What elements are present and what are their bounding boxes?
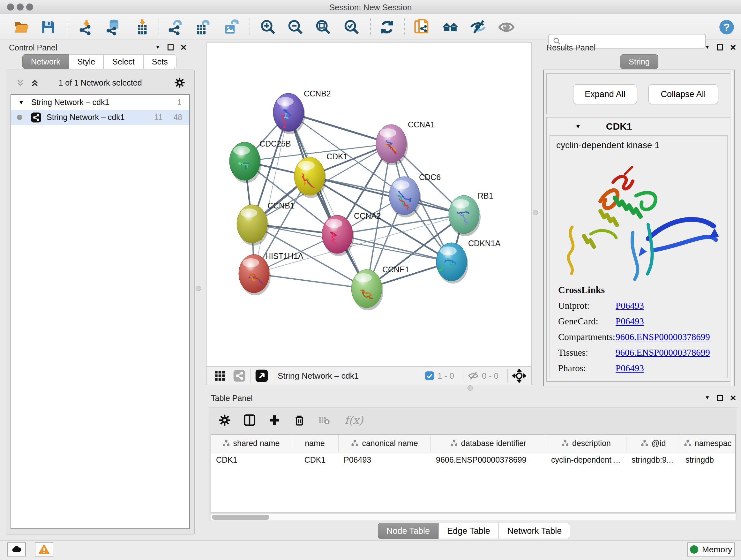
network-edge-CDK1-RB1[interactable] (310, 176, 464, 214)
table-cell[interactable]: 9606.ENSP00000378699 (431, 452, 546, 467)
column-header--id[interactable]: @id (626, 435, 680, 452)
collapse-all-button[interactable]: Collapse All (649, 84, 718, 104)
cloud-status-button[interactable] (7, 543, 26, 557)
import-network-icon (78, 18, 95, 36)
table-options-button[interactable] (215, 411, 234, 430)
network-node-CDK1[interactable] (294, 157, 326, 198)
help-button[interactable]: ? (718, 18, 735, 36)
network-node-CCNB2[interactable] (273, 93, 305, 134)
cdk1-collapse-arrow[interactable]: ▼ (575, 123, 581, 130)
show-all-button[interactable] (498, 18, 515, 36)
network-edge-CCNB2-CCNE1[interactable] (288, 112, 367, 289)
export-table-button[interactable] (194, 18, 211, 36)
tab-network-table[interactable]: Network Table (499, 523, 570, 539)
crosslink-link[interactable]: 9606.ENSP00000378699 (616, 332, 710, 342)
network-edge-HIST1H1A-CCNE1[interactable] (254, 273, 367, 289)
new-network-from-selection-button[interactable] (413, 18, 430, 36)
network-view-canvas[interactable]: CCNB2CCNA1CDC25BCDK1CDC6RB1CCNB1CCNA2CDK… (206, 43, 532, 367)
tab-sets[interactable]: Sets (143, 54, 177, 69)
column-header-name[interactable]: name (291, 435, 339, 452)
results-scrollbar[interactable] (730, 71, 733, 386)
zoom-in-button[interactable] (259, 18, 277, 36)
show-columns-button[interactable] (240, 411, 259, 430)
network-node-CCNB1[interactable] (237, 205, 269, 246)
cdk1-card-header[interactable]: ▼ CDK1 (547, 118, 730, 135)
results-panel-close-button[interactable]: × (730, 44, 736, 51)
network-node-CCNE1[interactable] (351, 269, 383, 310)
tab-network[interactable]: Network (22, 54, 69, 69)
table-cell[interactable]: P06493 (339, 452, 431, 467)
refresh-view-button[interactable] (379, 18, 396, 36)
export-network-button[interactable] (167, 18, 184, 36)
table-cell[interactable]: cyclin-dependent ... (546, 452, 626, 467)
open-session-button[interactable] (13, 18, 30, 36)
results-panel-float-button[interactable] (717, 44, 723, 51)
control-panel-close-button[interactable]: × (181, 44, 187, 51)
tab-select[interactable]: Select (104, 54, 143, 69)
export-image-button[interactable] (222, 18, 240, 36)
results-tab-string[interactable]: String (620, 54, 658, 69)
table-panel-float-button[interactable] (717, 395, 723, 401)
column-header-database-identifier[interactable]: database identifier (431, 435, 546, 452)
zoom-selected-button[interactable] (343, 18, 360, 36)
network-node-CCNA1[interactable] (376, 125, 408, 165)
network-node-CCNA2[interactable] (322, 215, 354, 256)
first-neighbors-button[interactable] (442, 18, 459, 36)
right-splitter-handle[interactable] (533, 210, 538, 215)
selected-checkbox-icon[interactable] (425, 371, 434, 381)
create-column-button[interactable] (265, 411, 284, 430)
table-cell[interactable]: CDK1 (291, 452, 339, 467)
export-table-icon (194, 18, 211, 36)
import-table-file-button[interactable] (134, 18, 151, 36)
zoom-fit-button[interactable] (315, 18, 332, 36)
birdseye-view-button[interactable] (255, 369, 268, 382)
control-panel-float-button[interactable] (167, 44, 174, 51)
table-panel-close-button[interactable]: × (730, 395, 736, 401)
column-header-description[interactable]: description (546, 435, 626, 452)
control-panel-menu-button[interactable]: ▼ (155, 44, 160, 51)
hide-selected-button[interactable] (470, 18, 487, 36)
warnings-button[interactable] (35, 543, 53, 557)
column-type-icon (351, 439, 359, 447)
table-cell[interactable]: stringdb:9... (626, 452, 680, 467)
delete-column-button[interactable] (290, 411, 309, 430)
expand-all-button[interactable]: Expand All (573, 84, 637, 104)
tab-edge-table[interactable]: Edge Table (439, 523, 499, 539)
network-view-mode-button[interactable] (233, 369, 246, 382)
network-edge-CCNB2-HIST1H1A[interactable] (254, 112, 288, 273)
import-network-file-button[interactable] (78, 18, 95, 36)
grid-view-button[interactable] (214, 370, 226, 382)
bottom-splitter-handle[interactable] (468, 385, 473, 391)
results-panel-menu-button[interactable]: ▼ (704, 44, 710, 51)
crosslink-link[interactable]: 9606.ENSP00000378699 (616, 348, 710, 358)
network-node-HIST1H1A[interactable] (239, 254, 271, 295)
collection-collapse-arrow[interactable]: ▼ (18, 99, 24, 106)
column-header-namespac[interactable]: namespac (680, 435, 735, 452)
crosslink-link[interactable]: P06493 (616, 363, 644, 374)
table-cell[interactable]: CDK1 (211, 452, 291, 467)
memory-status-button[interactable]: Memory (687, 543, 735, 557)
column-header-shared-name[interactable]: shared name (211, 435, 291, 452)
tab-style[interactable]: Style (69, 54, 104, 69)
table-cell[interactable]: stringdb (680, 452, 735, 467)
column-header-canonical-name[interactable]: canonical name (339, 435, 431, 452)
zoom-out-button[interactable] (287, 18, 304, 36)
table-panel-menu-button[interactable]: ▼ (704, 395, 710, 401)
left-splitter-handle[interactable] (196, 286, 201, 291)
network-node-CDKN1A[interactable] (436, 243, 468, 284)
network-row[interactable]: String Network – cdk1 11 48 (11, 110, 189, 125)
title-bar: Session: New Session (0, 0, 741, 14)
node-label-CCNA2: CCNA2 (354, 211, 381, 220)
fit-content-button[interactable] (512, 369, 526, 383)
save-session-button[interactable] (40, 18, 57, 36)
crosslink-link[interactable]: P06493 (616, 300, 644, 311)
table-horizontal-scrollbar[interactable] (211, 513, 736, 520)
import-network-from-database-button[interactable] (105, 18, 122, 36)
network-options-gear-icon[interactable] (174, 77, 185, 88)
network-node-RB1[interactable] (449, 195, 481, 236)
crosslink-link[interactable]: P06493 (616, 316, 644, 327)
table-row[interactable]: CDK1CDK1P064939606.ENSP00000378699cyclin… (211, 452, 735, 467)
tab-node-table[interactable]: Node Table (378, 523, 439, 539)
network-collection-row[interactable]: ▼ String Network – cdk1 1 (11, 95, 189, 110)
network-node-CDC6[interactable] (389, 177, 421, 217)
